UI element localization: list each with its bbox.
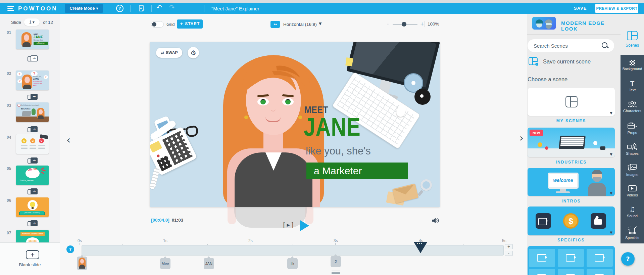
- scenes-panel: MODERN EDGE LOOK ▼ + Save current scene …: [527, 14, 621, 275]
- transition-icon[interactable]: →: [28, 157, 38, 165]
- scene-card-partial[interactable]: [528, 246, 615, 275]
- rail-item-characters[interactable]: Characters: [621, 97, 644, 118]
- industries-card[interactable]: NEW ▼: [528, 128, 615, 157]
- orientation-label[interactable]: Horizontal (16:9): [283, 22, 317, 27]
- tools-rail: Scenes Background T Text Characters: [621, 14, 644, 275]
- divider: [204, 5, 204, 12]
- divider: [109, 5, 109, 12]
- grid-label: Grid: [166, 22, 175, 27]
- slide-thumbnail-3[interactable]: And it frustrates her at work BECAUSE:: [16, 102, 49, 122]
- total-time: 01:03: [172, 218, 184, 223]
- transition-icon[interactable]: →: [28, 188, 38, 196]
- canvas-text-like[interactable]: like you, she's: [306, 145, 371, 157]
- zoom-in-icon[interactable]: +: [420, 21, 424, 27]
- rail-item-sound[interactable]: ♫ Sound: [621, 201, 644, 222]
- play-slide-button[interactable]: [▶]: [283, 221, 294, 229]
- orientation-icon[interactable]: ↔: [270, 21, 280, 28]
- plus-icon: +: [180, 21, 184, 26]
- rail-item-shapes[interactable]: Shapes: [621, 139, 644, 159]
- current-time: [00:04.0]: [151, 218, 169, 223]
- rail-item-props[interactable]: Props: [621, 118, 644, 138]
- gear-icon[interactable]: ⚙: [188, 47, 199, 58]
- canvas-text-marketer[interactable]: a Marketer: [306, 163, 408, 179]
- section-label-industries[interactable]: INDUSTRIES: [527, 160, 615, 165]
- undo-icon[interactable]: ↶: [156, 3, 162, 11]
- help-fab-button[interactable]: ?: [621, 252, 635, 266]
- transition-icon[interactable]: →: [28, 93, 38, 101]
- rail-item-scenes[interactable]: Scenes: [621, 31, 644, 48]
- preview-export-button[interactable]: PREVIEW & EXPORT: [595, 4, 638, 13]
- slide-thumbnail-1[interactable]: MEET JANE like you, she's a Marketer: [16, 30, 49, 49]
- timeline-track[interactable]: [82, 245, 504, 256]
- collapse-sidebar-icon[interactable]: ‹: [66, 135, 70, 145]
- look-style-thumbnail[interactable]: [532, 17, 556, 30]
- sound-icon: ♫: [629, 206, 635, 213]
- slide-thumbnail-2[interactable]: ? ? ? ? And like you, JANE struggles wit…: [16, 71, 49, 90]
- video-tile-icon: [529, 249, 555, 267]
- my-scenes-card[interactable]: ▼: [528, 88, 615, 116]
- search-scenes-input[interactable]: [534, 41, 599, 51]
- chevron-down-icon[interactable]: ▼: [610, 152, 612, 156]
- slide-thumbnail-4[interactable]: A B C: [16, 134, 49, 154]
- timeline-element-character[interactable]: [77, 257, 87, 270]
- toggle-knob: [152, 22, 156, 27]
- section-label-intros[interactable]: INTROS: [527, 199, 615, 203]
- look-style-name[interactable]: MODERN EDGE LOOK: [561, 20, 621, 32]
- redo-icon[interactable]: ↷: [169, 3, 175, 11]
- grid-toggle[interactable]: [151, 21, 164, 28]
- powtoon-logo: POWTOON: [18, 5, 57, 12]
- slide-number-dropdown[interactable]: 1▼: [24, 18, 40, 26]
- rail-item-videos[interactable]: Videos: [621, 181, 644, 201]
- transition-icon[interactable]: →: [28, 126, 38, 134]
- transition-icon[interactable]: →: [28, 220, 38, 228]
- play-button[interactable]: [300, 220, 309, 231]
- rail-item-images[interactable]: Images: [621, 159, 644, 180]
- search-icon[interactable]: [601, 42, 609, 49]
- zoom-slider-knob[interactable]: [402, 22, 406, 27]
- timeline-zoom-in-button[interactable]: +: [505, 244, 513, 249]
- timeline-help-icon[interactable]: ?: [66, 245, 74, 253]
- document-title[interactable]: "Meet Jane" Explainer: [211, 6, 259, 11]
- transition-icon[interactable]: →: [28, 55, 38, 63]
- save-button[interactable]: SAVE: [574, 6, 587, 11]
- choose-scene-label: Choose a scene: [528, 76, 567, 83]
- slide-number: 02: [7, 71, 15, 76]
- help-icon[interactable]: ?: [116, 5, 123, 12]
- volume-icon[interactable]: [432, 217, 440, 224]
- specifics-card[interactable]: $ ▼: [528, 207, 615, 235]
- section-label-my-scenes[interactable]: MY SCENES: [527, 119, 615, 123]
- record-illustration: [414, 89, 431, 105]
- timeline-element-tag[interactable]: lik: [287, 258, 298, 269]
- chevron-down-icon[interactable]: ▼: [610, 191, 612, 195]
- start-button[interactable]: + START: [177, 19, 203, 29]
- script-notes-icon[interactable]: [138, 5, 145, 12]
- timeline-element-tag[interactable]: JAN: [204, 258, 214, 269]
- slide-thumbnail-5[interactable]: Oh no! That is, before...: [16, 166, 49, 185]
- slide-canvas[interactable]: MEET JANE like you, she's a Marketer ⇄SW…: [150, 42, 440, 207]
- zoom-out-icon[interactable]: -: [387, 21, 389, 27]
- specials-magic-hat-icon: [627, 226, 637, 234]
- rail-item-text[interactable]: T Text: [621, 76, 644, 96]
- jane-earring: [244, 116, 248, 119]
- menu-icon[interactable]: [7, 6, 14, 11]
- intros-card[interactable]: welcome ▼: [528, 168, 615, 196]
- timeline-zoom-out-button[interactable]: -: [505, 251, 513, 256]
- window-top-strip: [0, 0, 644, 3]
- expand-panel-icon[interactable]: ›: [519, 133, 524, 143]
- chevron-down-icon[interactable]: ▼: [610, 231, 612, 234]
- add-blank-slide-button[interactable]: +: [26, 250, 39, 259]
- new-badge: NEW: [530, 130, 543, 136]
- slide-thumbnail-6[interactable]: [PRODUCT SERVICE]: [16, 197, 49, 217]
- timeline-element-tag[interactable]: Mee: [160, 258, 170, 269]
- canvas-text-jane[interactable]: JANE: [304, 112, 361, 141]
- swap-button[interactable]: ⇄SWAP: [156, 48, 182, 58]
- character-overflow: [234, 207, 307, 228]
- timeline-element-tag[interactable]: 2: [331, 256, 341, 267]
- shapes-icon: [627, 143, 637, 150]
- create-mode-dropdown[interactable]: Create Mode▼: [65, 4, 103, 13]
- rail-item-specials[interactable]: Specials: [621, 223, 644, 243]
- section-label-specifics[interactable]: SPECIFICS: [527, 238, 615, 242]
- rail-item-background[interactable]: Background: [621, 55, 644, 76]
- chevron-down-icon[interactable]: ▼: [319, 21, 321, 26]
- chevron-down-icon[interactable]: ▼: [610, 111, 612, 115]
